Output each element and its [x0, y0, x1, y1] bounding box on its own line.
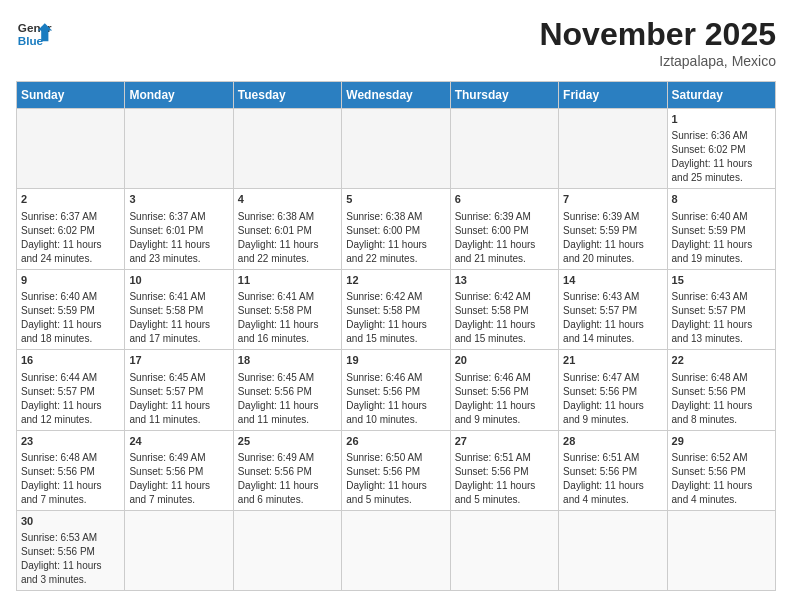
day-info: and 5 minutes.	[346, 493, 445, 507]
day-info: Daylight: 11 hours	[129, 479, 228, 493]
day-info: Sunset: 5:57 PM	[563, 304, 662, 318]
day-info: Sunset: 5:56 PM	[238, 465, 337, 479]
day-info: Sunset: 5:56 PM	[672, 385, 771, 399]
calendar-body: 1Sunrise: 6:36 AMSunset: 6:02 PMDaylight…	[17, 109, 776, 591]
title-block: November 2025 Iztapalapa, Mexico	[539, 16, 776, 69]
day-info: Sunrise: 6:42 AM	[346, 290, 445, 304]
day-info: and 22 minutes.	[346, 252, 445, 266]
day-info: Sunrise: 6:49 AM	[238, 451, 337, 465]
day-info: Sunrise: 6:39 AM	[455, 210, 554, 224]
day-info: Sunset: 6:02 PM	[672, 143, 771, 157]
day-info: and 13 minutes.	[672, 332, 771, 346]
day-info: and 16 minutes.	[238, 332, 337, 346]
day-info: Sunrise: 6:48 AM	[21, 451, 120, 465]
day-number: 17	[129, 353, 228, 368]
day-number: 30	[21, 514, 120, 529]
calendar-cell: 2Sunrise: 6:37 AMSunset: 6:02 PMDaylight…	[17, 189, 125, 269]
location-subtitle: Iztapalapa, Mexico	[539, 53, 776, 69]
day-info: Sunrise: 6:43 AM	[563, 290, 662, 304]
day-info: Daylight: 11 hours	[672, 399, 771, 413]
day-info: Sunrise: 6:52 AM	[672, 451, 771, 465]
day-info: Sunrise: 6:38 AM	[238, 210, 337, 224]
calendar-cell: 13Sunrise: 6:42 AMSunset: 5:58 PMDayligh…	[450, 269, 558, 349]
day-info: Daylight: 11 hours	[672, 318, 771, 332]
calendar-week-row: 1Sunrise: 6:36 AMSunset: 6:02 PMDaylight…	[17, 109, 776, 189]
day-info: Sunrise: 6:39 AM	[563, 210, 662, 224]
calendar-cell: 20Sunrise: 6:46 AMSunset: 5:56 PMDayligh…	[450, 350, 558, 430]
day-number: 13	[455, 273, 554, 288]
day-number: 21	[563, 353, 662, 368]
day-info: Sunset: 5:56 PM	[346, 385, 445, 399]
day-number: 16	[21, 353, 120, 368]
calendar-cell: 8Sunrise: 6:40 AMSunset: 5:59 PMDaylight…	[667, 189, 775, 269]
day-number: 2	[21, 192, 120, 207]
day-number: 19	[346, 353, 445, 368]
day-info: Sunset: 5:57 PM	[21, 385, 120, 399]
day-number: 25	[238, 434, 337, 449]
calendar-week-row: 2Sunrise: 6:37 AMSunset: 6:02 PMDaylight…	[17, 189, 776, 269]
calendar-cell: 5Sunrise: 6:38 AMSunset: 6:00 PMDaylight…	[342, 189, 450, 269]
day-info: Daylight: 11 hours	[238, 479, 337, 493]
day-info: and 4 minutes.	[563, 493, 662, 507]
day-info: Sunrise: 6:37 AM	[21, 210, 120, 224]
day-number: 18	[238, 353, 337, 368]
day-info: Sunrise: 6:53 AM	[21, 531, 120, 545]
day-info: Daylight: 11 hours	[238, 318, 337, 332]
day-info: Sunset: 5:58 PM	[346, 304, 445, 318]
calendar-cell: 30Sunrise: 6:53 AMSunset: 5:56 PMDayligh…	[17, 510, 125, 590]
day-info: Sunrise: 6:44 AM	[21, 371, 120, 385]
day-info: and 25 minutes.	[672, 171, 771, 185]
day-info: Daylight: 11 hours	[563, 399, 662, 413]
calendar-cell: 26Sunrise: 6:50 AMSunset: 5:56 PMDayligh…	[342, 430, 450, 510]
calendar-cell: 1Sunrise: 6:36 AMSunset: 6:02 PMDaylight…	[667, 109, 775, 189]
day-info: and 9 minutes.	[455, 413, 554, 427]
day-info: Sunset: 5:58 PM	[129, 304, 228, 318]
day-number: 29	[672, 434, 771, 449]
day-info: Sunset: 5:59 PM	[672, 224, 771, 238]
day-info: Sunrise: 6:41 AM	[238, 290, 337, 304]
day-number: 8	[672, 192, 771, 207]
day-info: Daylight: 11 hours	[129, 399, 228, 413]
day-number: 5	[346, 192, 445, 207]
day-info: Daylight: 11 hours	[129, 238, 228, 252]
day-info: Sunset: 6:01 PM	[129, 224, 228, 238]
day-number: 10	[129, 273, 228, 288]
day-info: Daylight: 11 hours	[455, 479, 554, 493]
day-info: and 10 minutes.	[346, 413, 445, 427]
day-info: Sunrise: 6:40 AM	[21, 290, 120, 304]
day-info: and 12 minutes.	[21, 413, 120, 427]
calendar-cell: 25Sunrise: 6:49 AMSunset: 5:56 PMDayligh…	[233, 430, 341, 510]
day-info: Sunrise: 6:47 AM	[563, 371, 662, 385]
calendar-cell: 15Sunrise: 6:43 AMSunset: 5:57 PMDayligh…	[667, 269, 775, 349]
day-number: 20	[455, 353, 554, 368]
calendar-cell	[17, 109, 125, 189]
calendar-cell: 17Sunrise: 6:45 AMSunset: 5:57 PMDayligh…	[125, 350, 233, 430]
day-info: Sunrise: 6:43 AM	[672, 290, 771, 304]
day-info: Daylight: 11 hours	[21, 318, 120, 332]
calendar-week-row: 16Sunrise: 6:44 AMSunset: 5:57 PMDayligh…	[17, 350, 776, 430]
day-info: Daylight: 11 hours	[346, 238, 445, 252]
day-info: and 7 minutes.	[129, 493, 228, 507]
calendar-cell: 4Sunrise: 6:38 AMSunset: 6:01 PMDaylight…	[233, 189, 341, 269]
calendar-cell: 12Sunrise: 6:42 AMSunset: 5:58 PMDayligh…	[342, 269, 450, 349]
calendar-cell	[450, 510, 558, 590]
day-number: 27	[455, 434, 554, 449]
day-info: Daylight: 11 hours	[21, 399, 120, 413]
day-info: Daylight: 11 hours	[672, 479, 771, 493]
day-info: Sunrise: 6:38 AM	[346, 210, 445, 224]
day-info: and 4 minutes.	[672, 493, 771, 507]
day-info: Sunrise: 6:49 AM	[129, 451, 228, 465]
calendar-week-row: 30Sunrise: 6:53 AMSunset: 5:56 PMDayligh…	[17, 510, 776, 590]
day-info: and 18 minutes.	[21, 332, 120, 346]
calendar-cell	[233, 109, 341, 189]
day-info: Sunrise: 6:50 AM	[346, 451, 445, 465]
day-info: Sunset: 5:56 PM	[563, 385, 662, 399]
day-info: Daylight: 11 hours	[21, 479, 120, 493]
calendar-cell	[450, 109, 558, 189]
day-info: and 21 minutes.	[455, 252, 554, 266]
day-info: Sunset: 5:56 PM	[346, 465, 445, 479]
day-info: Sunset: 6:00 PM	[455, 224, 554, 238]
day-info: and 7 minutes.	[21, 493, 120, 507]
day-info: and 19 minutes.	[672, 252, 771, 266]
day-info: Sunset: 5:56 PM	[563, 465, 662, 479]
